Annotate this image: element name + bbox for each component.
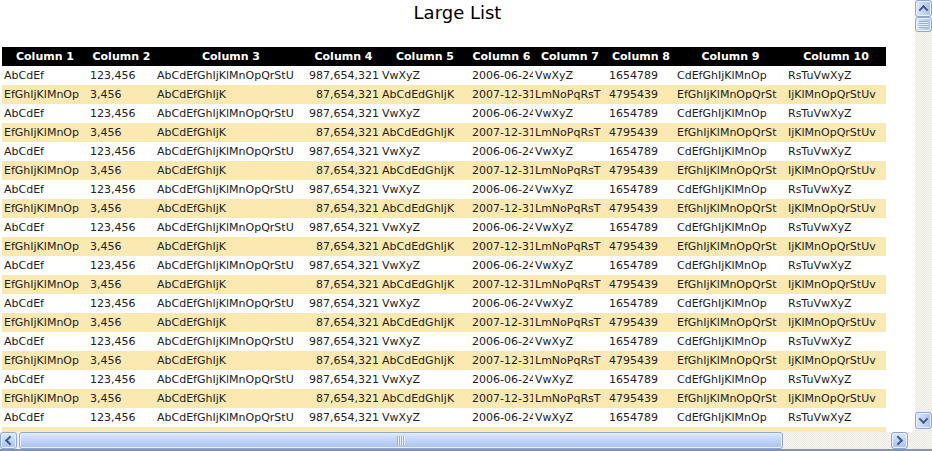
table-cell: 4795439: [607, 123, 675, 142]
column-header: Column 4: [307, 47, 380, 66]
table-cell: IjKlMnOpQrStUv: [786, 237, 886, 256]
chevron-down-icon: [919, 414, 929, 424]
table-cell: LmNoPqRsT: [533, 313, 607, 332]
table-cell: AbCdEf: [2, 370, 88, 389]
table-cell: CdEfGhIjKlMnOp: [675, 370, 786, 389]
table-cell: CdEfGhIjKlMnOp: [675, 180, 786, 199]
table-cell: VwXyZ: [380, 180, 470, 199]
table-cell: 987,654,321: [307, 180, 380, 199]
table-cell: 2006-06-24: [470, 104, 533, 123]
table-cell: 3,456: [88, 161, 155, 180]
table-cell: 2006-06-24: [470, 370, 533, 389]
table-cell: 1654789: [607, 218, 675, 237]
table-cell: 1654789: [607, 104, 675, 123]
table-cell: 123,456: [88, 332, 155, 351]
table-cell: VwXyZ: [380, 218, 470, 237]
table-cell: EfGhIjKlMnOpQrSt: [675, 275, 786, 294]
table-cell: 2006-06-24: [470, 218, 533, 237]
table-cell: LmNoPqRsT: [533, 161, 607, 180]
table-cell: 2006-06-24: [470, 332, 533, 351]
table-cell: CdEfGhIjKlMnOp: [675, 218, 786, 237]
table-row: AbCdEf123,456AbCdEfGhIjKlMnOpQrStU987,65…: [2, 218, 886, 237]
table-cell: AbCdEf: [2, 142, 88, 161]
table-cell: EfGhIjKlMnOpQrSt: [675, 313, 786, 332]
table-cell: AbCdEf: [2, 218, 88, 237]
table-cell: VwXyZ: [533, 408, 607, 427]
table-cell: 123,456: [88, 256, 155, 275]
table-cell: CdEfGhIjKlMnOp: [675, 256, 786, 275]
thumb-grip-icon: [919, 21, 928, 28]
table-cell: 987,654,321: [307, 370, 380, 389]
table-cell: AbCdEfGhIjKlMnOpQrStU: [155, 104, 307, 123]
table-cell: AbCdEfGhIjK: [155, 313, 307, 332]
table-cell: 3,456: [88, 123, 155, 142]
table-cell: AbCdEfGhIjK: [155, 123, 307, 142]
table-cell: EfGhIjKlMnOpQrSt: [675, 85, 786, 104]
table-cell: EfGhIjKlMnOpQrSt: [675, 161, 786, 180]
table-row: AbCdEf123,456AbCdEfGhIjKlMnOpQrStU987,65…: [2, 294, 886, 313]
table-cell: RsTuVwXyZ: [786, 408, 886, 427]
scroll-left-button[interactable]: [0, 432, 17, 449]
table-cell: 987,654,321: [307, 142, 380, 161]
table-cell: IjKlMnOpQrStUv: [786, 199, 886, 218]
thumb-grip-icon: [397, 436, 405, 445]
table-cell: 2006-06-24: [470, 256, 533, 275]
table-cell: IjKlMnOpQrStUv: [786, 313, 886, 332]
table-cell: EfGhIjKlMnOp: [2, 351, 88, 370]
column-header: Column 2: [88, 47, 155, 66]
large-list-table: Column 1Column 2Column 3Column 4Column 5…: [2, 47, 886, 433]
vertical-scrollbar-thumb[interactable]: [915, 17, 932, 32]
table-cell: IjKlMnOpQrStUv: [786, 123, 886, 142]
table-cell: VwXyZ: [533, 370, 607, 389]
scroll-right-button[interactable]: [891, 432, 908, 449]
table-row: EfGhIjKlMnOp3,456AbCdEfGhIjK87,654,321Ab…: [2, 237, 886, 256]
table-cell: AbCdEfGhIjKlMnOpQrStU: [155, 294, 307, 313]
table-row: EfGhIjKlMnOp3,456AbCdEfGhIjK87,654,321Ab…: [2, 389, 886, 408]
table-cell: 87,654,321: [307, 123, 380, 142]
table-cell: 1654789: [607, 142, 675, 161]
table-cell: LmNoPqRsT: [533, 199, 607, 218]
table-cell: VwXyZ: [533, 66, 607, 85]
column-header: Column 9: [675, 47, 786, 66]
table-cell: AbCdEdGhIjK: [380, 161, 470, 180]
column-header: Column 6: [470, 47, 533, 66]
table-cell: AbCdEdGhIjK: [380, 351, 470, 370]
horizontal-scrollbar-thumb[interactable]: [19, 432, 783, 449]
vertical-scrollbar[interactable]: [915, 0, 932, 449]
table-cell: 87,654,321: [307, 237, 380, 256]
column-header: Column 5: [380, 47, 470, 66]
table-cell: IjKlMnOpQrStUv: [786, 351, 886, 370]
table-cell: 123,456: [88, 66, 155, 85]
scroll-down-button[interactable]: [915, 412, 932, 429]
table-row: EfGhIjKlMnOp3,456AbCdEfGhIjK87,654,321Ab…: [2, 199, 886, 218]
table-cell: CdEfGhIjKlMnOp: [675, 66, 786, 85]
table-cell: VwXyZ: [533, 180, 607, 199]
table-cell: 123,456: [88, 408, 155, 427]
table-cell: 1654789: [607, 408, 675, 427]
table-cell: RsTuVwXyZ: [786, 104, 886, 123]
scroll-up-button[interactable]: [915, 0, 932, 17]
table-cell: VwXyZ: [380, 332, 470, 351]
table-cell: VwXyZ: [533, 104, 607, 123]
table-cell: 4795439: [607, 161, 675, 180]
table-cell: VwXyZ: [380, 370, 470, 389]
table-cell: 87,654,321: [307, 313, 380, 332]
table-row: AbCdEf123,456AbCdEfGhIjKlMnOpQrStU987,65…: [2, 408, 886, 427]
table-cell: LmNoPqRsT: [533, 389, 607, 408]
table-cell: 2006-06-24: [470, 66, 533, 85]
table-cell: IjKlMnOpQrStUv: [786, 161, 886, 180]
table-cell: IjKlMnOpQrStUv: [786, 85, 886, 104]
table-cell: 2007-12-31: [470, 389, 533, 408]
chevron-left-icon: [5, 436, 15, 446]
table-cell: 87,654,321: [307, 389, 380, 408]
table-cell: RsTuVwXyZ: [786, 256, 886, 275]
table-cell: AbCdEfGhIjKlMnOpQrStU: [155, 180, 307, 199]
table-cell: AbCdEfGhIjKlMnOpQrStU: [155, 256, 307, 275]
table-cell: VwXyZ: [380, 142, 470, 161]
table-cell: LmNoPqRsT: [533, 275, 607, 294]
page-title: Large List: [0, 2, 915, 24]
table-cell: AbCdEf: [2, 66, 88, 85]
table-cell: 2006-06-24: [470, 408, 533, 427]
table-cell: 987,654,321: [307, 332, 380, 351]
horizontal-scrollbar[interactable]: [0, 432, 915, 449]
